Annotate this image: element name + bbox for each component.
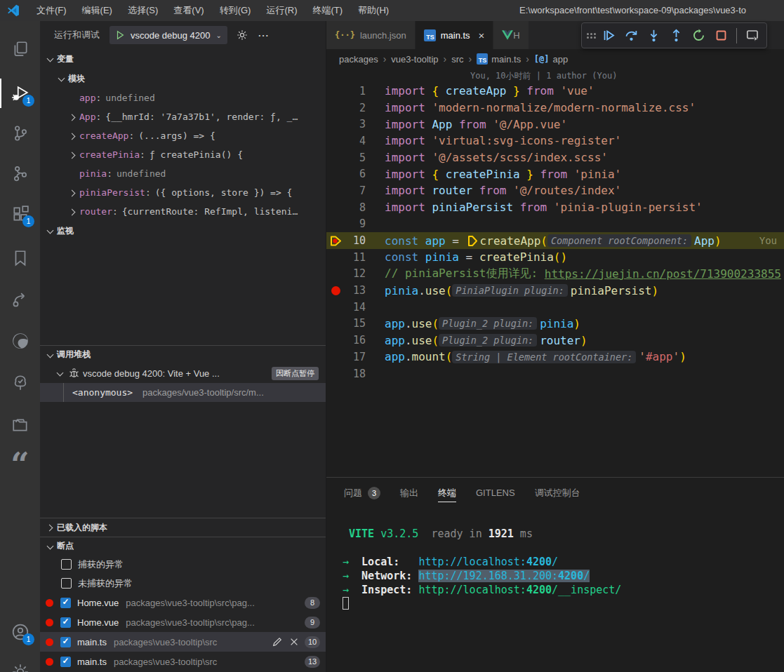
- terminal[interactable]: VITE v3.2.5 ready in 1921 ms→ Local: htt…: [326, 509, 784, 672]
- project-manager-icon[interactable]: [0, 409, 40, 441]
- account-icon[interactable]: 1: [0, 616, 40, 648]
- stop-button[interactable]: [711, 26, 731, 46]
- exception-breakpoint-row[interactable]: 捕获的异常: [40, 555, 326, 574]
- step-over-button[interactable]: [621, 26, 641, 46]
- run-debug-icon[interactable]: 1: [0, 77, 40, 109]
- code-editor[interactable]: You, 10小时前 | 1 author (You) 1import { cr…: [326, 69, 784, 477]
- tab-main-ts[interactable]: TS main.ts ×: [416, 21, 494, 49]
- edit-breakpoint-icon[interactable]: [272, 637, 282, 647]
- breadcrumb-item[interactable]: src: [451, 54, 463, 65]
- variable-row[interactable]: router:{currentRoute: RefImpl, listeni…: [40, 202, 326, 221]
- variable-row[interactable]: pinia:undefined: [40, 164, 326, 183]
- remove-breakpoint-icon[interactable]: [289, 637, 299, 647]
- menu-item[interactable]: 帮助(H): [350, 0, 397, 21]
- edge-browser-icon[interactable]: [0, 325, 40, 357]
- explorer-icon[interactable]: [0, 33, 40, 65]
- quotes-icon[interactable]: “: [0, 450, 40, 483]
- toolbar-drag-handle[interactable]: [586, 29, 596, 43]
- variable-row[interactable]: piniaPersist:({ options, store }) => {: [40, 183, 326, 202]
- tab-debug-console[interactable]: 调试控制台: [535, 478, 580, 509]
- code-line[interactable]: 16app.use(Plugin_2 plugin:router): [326, 332, 784, 349]
- debug-config-dropdown[interactable]: vscode debug 4200 ⌄: [109, 26, 227, 44]
- current-breakpoint-icon[interactable]: [330, 235, 342, 247]
- loaded-scripts-pane-header[interactable]: 已载入的脚本: [40, 518, 326, 537]
- checkbox-unchecked[interactable]: [61, 578, 72, 589]
- todo-tree-icon[interactable]: [0, 367, 40, 399]
- variables-pane-header[interactable]: 变量: [40, 49, 326, 69]
- code-line[interactable]: 18: [326, 365, 784, 382]
- tab-home-vue[interactable]: H: [493, 21, 529, 49]
- code-line[interactable]: 14: [326, 299, 784, 316]
- close-tab-icon[interactable]: ×: [479, 29, 485, 41]
- code-line[interactable]: 2import 'modern-normalize/modern-normali…: [326, 100, 784, 116]
- continue-button[interactable]: [599, 26, 618, 46]
- code-line[interactable]: 9: [326, 216, 784, 233]
- bookmarks-icon[interactable]: [0, 242, 40, 274]
- tab-problems[interactable]: 问题 3: [344, 478, 380, 509]
- step-out-button[interactable]: [666, 26, 686, 46]
- tab-gitlens[interactable]: GITLENS: [476, 478, 515, 509]
- code-line[interactable]: 12// piniaPersist使用详见: https://juejin.cn…: [326, 266, 784, 283]
- step-into-button[interactable]: [644, 26, 663, 46]
- variable-row[interactable]: createApp:(...args) => {: [40, 126, 326, 145]
- variable-row[interactable]: app:undefined: [40, 88, 326, 107]
- exception-breakpoint-row[interactable]: 未捕获的异常: [40, 574, 326, 593]
- checkbox-checked[interactable]: [60, 617, 71, 628]
- tab-terminal[interactable]: 终端: [438, 478, 456, 509]
- breadcrumb-item[interactable]: vue3-tooltip: [391, 54, 438, 65]
- checkbox-checked[interactable]: [60, 657, 71, 667]
- debug-session-row[interactable]: vscode debug 4200: Vite + Vue ... 因断点暂停: [40, 363, 326, 383]
- share-icon[interactable]: [0, 284, 40, 316]
- breadcrumb-item[interactable]: app: [553, 54, 569, 65]
- checkbox-checked[interactable]: [60, 598, 71, 608]
- debug-settings-gear-icon[interactable]: [236, 29, 248, 41]
- breadcrumb-item[interactable]: packages: [339, 54, 378, 65]
- module-group-header[interactable]: 模块: [40, 69, 326, 88]
- variable-row[interactable]: createPinia:ƒ createPinia() {: [40, 145, 326, 164]
- stack-frame-row[interactable]: <anonymous> packages/vue3-tooltip/src/m.…: [40, 383, 326, 402]
- code-line[interactable]: 10const app = createApp(Component rootCo…: [326, 232, 784, 249]
- breakpoint-gutter[interactable]: [326, 282, 345, 299]
- menu-item[interactable]: 编辑(E): [74, 0, 120, 21]
- gitlens-blame-annotation[interactable]: You, 10小时前 | 1 author (You): [326, 69, 784, 83]
- more-actions-icon[interactable]: ···: [258, 30, 270, 41]
- code-line[interactable]: 17app.mount(String | Element rootContain…: [326, 349, 784, 365]
- inspect-element-button[interactable]: [743, 26, 762, 46]
- watch-pane-header[interactable]: 监视: [40, 221, 326, 241]
- checkbox-checked[interactable]: [60, 637, 71, 647]
- breadcrumb-item[interactable]: main.ts: [491, 54, 521, 65]
- code-line[interactable]: 11const pinia = createPinia(): [326, 249, 784, 266]
- variable-row[interactable]: App:{__hmrId: '7a7a37b1', render: ƒ, _…: [40, 107, 326, 126]
- breakpoint-row[interactable]: Home.vuepackages\vue3-tooltip\src\pag...…: [40, 612, 326, 632]
- menu-item[interactable]: 查看(V): [166, 0, 211, 21]
- start-debug-icon[interactable]: [115, 30, 125, 40]
- git-graph-icon[interactable]: [0, 157, 40, 189]
- checkbox-unchecked[interactable]: [61, 559, 72, 570]
- menu-item[interactable]: 文件(F): [29, 0, 74, 21]
- code-line[interactable]: 5import '@/assets/scss/index.scss': [326, 149, 784, 166]
- code-line[interactable]: 15app.use(Plugin_2 plugin:pinia): [326, 316, 784, 332]
- breakpoints-pane-header[interactable]: 断点: [40, 537, 326, 555]
- source-control-icon[interactable]: [0, 117, 40, 149]
- extensions-icon[interactable]: 1: [0, 198, 40, 230]
- restart-button[interactable]: [689, 26, 708, 46]
- menu-item[interactable]: 运行(R): [258, 0, 305, 21]
- tab-launch-json[interactable]: {··} launch.json: [326, 21, 416, 49]
- code-line[interactable]: 13pinia.use(PiniaPlugin plugin:piniaPers…: [326, 282, 784, 299]
- tab-output[interactable]: 输出: [400, 478, 418, 509]
- menu-item[interactable]: 选择(S): [120, 0, 166, 21]
- menu-item[interactable]: 终端(T): [305, 0, 350, 21]
- breakpoint-row[interactable]: main.tspackages\vue3-tooltip\src13: [40, 652, 326, 671]
- code-line[interactable]: 8import piniaPersist from 'pinia-plugin-…: [326, 199, 784, 216]
- breakpoint-row[interactable]: Home.vuepackages\vue3-tooltip\src\pag...…: [40, 593, 326, 612]
- code-line[interactable]: 4import 'virtual:svg-icons-register': [326, 133, 784, 149]
- settings-gear-icon[interactable]: [0, 656, 40, 672]
- current-frame-gutter[interactable]: [326, 232, 345, 249]
- code-line[interactable]: 1import { createApp } from 'vue': [326, 83, 784, 100]
- code-line[interactable]: 6import { createPinia } from 'pinia': [326, 166, 784, 182]
- menu-item[interactable]: 转到(G): [212, 0, 259, 21]
- callstack-pane-header[interactable]: 调用堆栈: [40, 345, 326, 363]
- code-line[interactable]: 7import router from '@/routes/index': [326, 182, 784, 199]
- code-line[interactable]: 3import App from '@/App.vue': [326, 116, 784, 133]
- breakpoint-row[interactable]: main.tspackages\vue3-tooltip\src10: [40, 632, 326, 652]
